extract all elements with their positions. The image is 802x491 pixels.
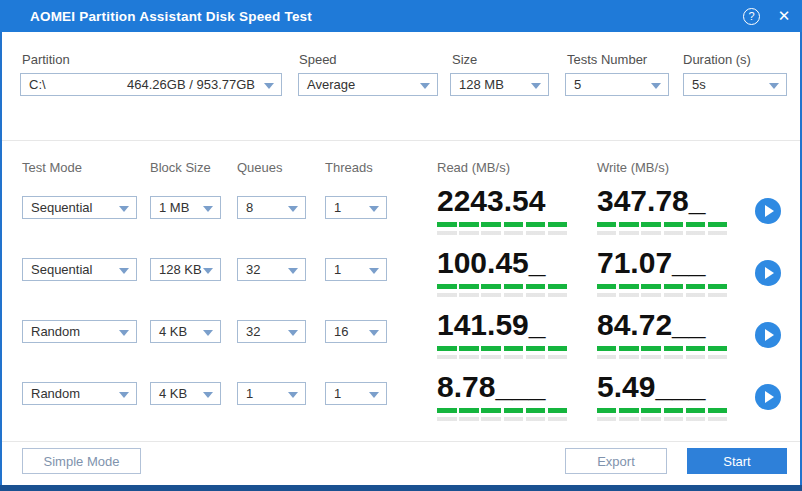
block-size-value: 4 KB — [159, 324, 187, 339]
play-button[interactable] — [755, 322, 781, 348]
test-mode-value: Sequential — [31, 262, 92, 277]
test-row: Random 4 KB 32 16 141.59_ 84.72__ — [0, 310, 802, 372]
chevron-down-icon — [369, 392, 379, 398]
threads-select[interactable]: 1 — [325, 382, 387, 405]
col-header-block-size: Block Size — [150, 160, 211, 175]
tests-number-value: 5 — [574, 77, 581, 92]
chevron-down-icon — [651, 83, 661, 89]
test-mode-select[interactable]: Random — [22, 382, 137, 405]
chevron-down-icon — [119, 330, 129, 336]
write-speed-value: 71.07__ — [597, 248, 705, 278]
footer-separator — [2, 441, 800, 442]
read-speed-bar — [437, 222, 567, 227]
queues-value: 32 — [246, 262, 260, 277]
play-button[interactable] — [755, 384, 781, 410]
play-icon — [765, 391, 774, 403]
size-select[interactable]: 128 MB — [450, 73, 549, 96]
chevron-down-icon — [288, 268, 298, 274]
chevron-down-icon — [369, 268, 379, 274]
threads-value: 1 — [334, 200, 341, 215]
chevron-down-icon — [203, 330, 213, 336]
write-speed-bar-reflection — [597, 417, 727, 421]
speed-value: Average — [307, 77, 355, 92]
test-mode-value: Random — [31, 386, 80, 401]
duration-select[interactable]: 5s — [683, 73, 787, 96]
write-speed-bar-reflection — [597, 355, 727, 359]
titlebar: AOMEI Partition Assistant Disk Speed Tes… — [0, 0, 802, 32]
chevron-down-icon — [203, 206, 213, 212]
write-speed-bar-reflection — [597, 293, 727, 297]
read-speed-bar-reflection — [437, 417, 567, 421]
threads-value: 16 — [334, 324, 348, 339]
write-speed-bar — [597, 408, 727, 413]
queues-select[interactable]: 32 — [237, 258, 306, 281]
block-size-select[interactable]: 4 KB — [150, 382, 221, 405]
chevron-down-icon — [769, 83, 779, 89]
read-speed-value: 141.59_ — [437, 310, 545, 340]
duration-value: 5s — [692, 77, 706, 92]
play-icon — [765, 329, 774, 341]
start-button[interactable]: Start — [687, 448, 787, 474]
size-label: Size — [452, 52, 477, 67]
test-mode-select[interactable]: Sequential — [22, 258, 137, 281]
chevron-down-icon — [119, 268, 129, 274]
block-size-select[interactable]: 4 KB — [150, 320, 221, 343]
play-icon — [765, 205, 774, 217]
test-mode-select[interactable]: Random — [22, 320, 137, 343]
partition-value: C:\ — [29, 77, 46, 92]
export-button[interactable]: Export — [565, 448, 667, 474]
play-button[interactable] — [755, 260, 781, 286]
read-speed-bar — [437, 408, 567, 413]
speed-label: Speed — [299, 52, 337, 67]
threads-select[interactable]: 1 — [325, 258, 387, 281]
speed-select[interactable]: Average — [298, 73, 438, 96]
block-size-value: 128 KB — [159, 262, 202, 277]
duration-label: Duration (s) — [683, 52, 751, 67]
disk-speed-test-window: AOMEI Partition Assistant Disk Speed Tes… — [0, 0, 802, 491]
test-mode-select[interactable]: Sequential — [22, 196, 137, 219]
threads-select[interactable]: 1 — [325, 196, 387, 219]
threads-value: 1 — [334, 262, 341, 277]
write-speed-bar — [597, 346, 727, 351]
read-speed-bar-reflection — [437, 355, 567, 359]
chevron-down-icon — [369, 330, 379, 336]
block-size-value: 4 KB — [159, 386, 187, 401]
partition-select[interactable]: C:\ 464.26GB / 953.77GB — [20, 73, 282, 96]
block-size-select[interactable]: 1 MB — [150, 196, 221, 219]
test-row: Random 4 KB 1 1 8.78___ 5.49___ — [0, 372, 802, 434]
chevron-down-icon — [420, 83, 430, 89]
queues-value: 8 — [246, 200, 253, 215]
write-speed-value: 84.72__ — [597, 310, 705, 340]
test-row: Sequential 128 KB 32 1 100.45_ 71.07__ — [0, 248, 802, 310]
tests-number-label: Tests Number — [567, 52, 647, 67]
test-mode-value: Random — [31, 324, 80, 339]
chevron-down-icon — [203, 268, 213, 274]
close-icon[interactable]: ✕ — [774, 7, 794, 25]
col-header-read: Read (MB/s) — [437, 160, 510, 175]
play-button[interactable] — [755, 198, 781, 224]
queues-select[interactable]: 1 — [237, 382, 306, 405]
block-size-value: 1 MB — [159, 200, 189, 215]
test-row: Sequential 1 MB 8 1 2243.54 347.78_ — [0, 186, 802, 248]
col-header-queues: Queues — [237, 160, 283, 175]
read-speed-bar-reflection — [437, 293, 567, 297]
play-icon — [765, 267, 774, 279]
read-speed-bar — [437, 346, 567, 351]
chevron-down-icon — [288, 206, 298, 212]
window-border-bottom — [0, 485, 802, 491]
threads-value: 1 — [334, 386, 341, 401]
tests-number-select[interactable]: 5 — [565, 73, 669, 96]
help-icon[interactable]: ? — [743, 8, 760, 25]
chevron-down-icon — [288, 330, 298, 336]
col-header-test-mode: Test Mode — [22, 160, 82, 175]
block-size-select[interactable]: 128 KB — [150, 258, 221, 281]
window-title: AOMEI Partition Assistant Disk Speed Tes… — [30, 9, 312, 24]
queues-select[interactable]: 32 — [237, 320, 306, 343]
threads-select[interactable]: 16 — [325, 320, 387, 343]
read-speed-value: 8.78___ — [437, 372, 545, 402]
queues-select[interactable]: 8 — [237, 196, 306, 219]
read-speed-value: 2243.54 — [437, 186, 545, 216]
size-value: 128 MB — [459, 77, 504, 92]
simple-mode-button[interactable]: Simple Mode — [22, 448, 141, 474]
partition-size-info: 464.26GB / 953.77GB — [127, 77, 255, 92]
